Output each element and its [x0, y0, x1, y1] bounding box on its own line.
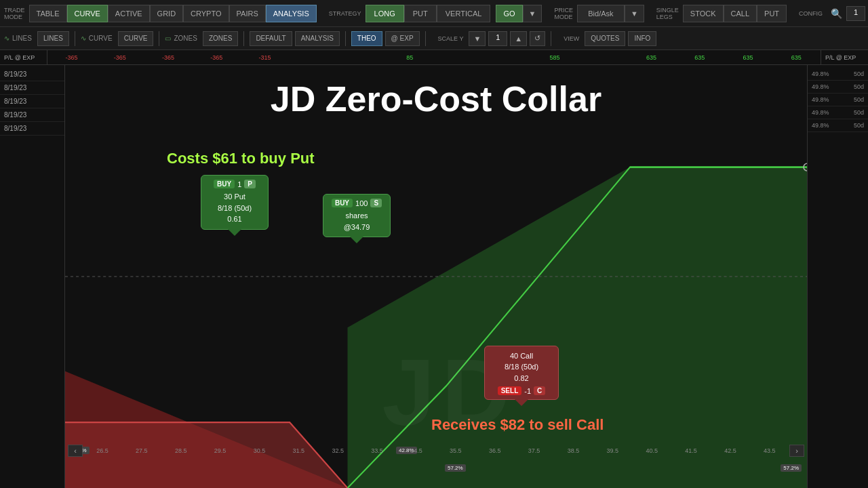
tab-crypto[interactable]: CRYPTO: [183, 5, 229, 22]
x-label-16: 42.5: [724, 447, 736, 454]
x-label-1: 27.5: [136, 447, 148, 454]
pl-val-5: -315: [241, 50, 289, 65]
chart-area: JD JD Zero-Cost Collar Costs $61 to buy …: [65, 65, 807, 488]
rsidebar-row-4: 49.8% 50d: [808, 106, 868, 119]
zoom-icon-btn[interactable]: 🔍: [865, 7, 868, 20]
pl-val-7: [338, 50, 386, 65]
strategy-long[interactable]: LONG: [366, 5, 404, 22]
price-mode-dropdown[interactable]: Bid/Ask: [577, 5, 625, 22]
price-mode-arrow[interactable]: ▼: [625, 5, 644, 22]
x-label-2: 28.5: [175, 447, 187, 454]
tab-analysis[interactable]: ANALYSIS: [266, 5, 317, 22]
put-card: BUY 1 P 30 Put 8/18 (50d) 0.61: [201, 175, 269, 230]
rsidebar-row-5: 49.8% 50d: [808, 119, 868, 132]
x-nav-left[interactable]: ‹: [68, 445, 83, 457]
pl-row-left-label: P/L @ EXP: [0, 50, 47, 64]
pl-val-14: 635: [675, 50, 724, 65]
x-label-3: 29.5: [214, 447, 226, 454]
put-line3: 0.61: [208, 214, 261, 225]
refresh-btn[interactable]: ↺: [530, 31, 545, 46]
rsidebar-days-5: 50d: [854, 122, 864, 129]
pl-val-15: 635: [724, 50, 772, 65]
scale-up-btn[interactable]: ▲: [510, 31, 527, 46]
x-label-14: 40.5: [646, 447, 658, 454]
lines-label: LINES: [12, 35, 32, 42]
call-sell-badge: SELL: [498, 386, 522, 395]
pl-val-10: [482, 50, 530, 65]
pl-row-right-label: P/L @ EXP: [821, 50, 868, 64]
rsidebar-row-2: 49.8% 50d: [808, 81, 868, 94]
x-label-9: 35.5: [450, 447, 462, 454]
x-label-5: 31.5: [293, 447, 305, 454]
main-area: 8/19/23 8/19/23 8/19/23 8/19/23 8/19/23: [0, 65, 868, 488]
sidebar-row-3: 8/19/23: [0, 95, 64, 108]
rsidebar-pct-2: 49.8%: [812, 83, 829, 90]
tab-pairs[interactable]: PAIRS: [229, 5, 266, 22]
zones-btn[interactable]: ZONES: [203, 31, 238, 46]
strategy-put[interactable]: PUT: [404, 5, 437, 22]
single-call-btn[interactable]: CALL: [724, 5, 757, 22]
share-card: BUY 100 S shares @34.79: [323, 194, 391, 237]
call-card-content: 40 Call 8/18 (50d) 0.82: [492, 350, 551, 384]
sidebar-row-4: 8/19/23: [0, 108, 64, 122]
search-icon-btn[interactable]: 🔍: [827, 7, 846, 20]
share-card-header: BUY 100 S: [330, 199, 383, 207]
analysis-view-btn[interactable]: ANALYSIS: [295, 31, 340, 46]
pl-val-13: 635: [627, 50, 675, 65]
go-dropdown[interactable]: ▼: [523, 5, 542, 22]
theo-btn[interactable]: THEO: [351, 31, 382, 46]
separator6: [551, 31, 551, 46]
tab-active[interactable]: ACTIVE: [108, 5, 150, 22]
call-qty: -1: [524, 387, 531, 395]
quotes-btn[interactable]: QUOTES: [585, 31, 625, 46]
rsidebar-pct-3: 49.8%: [812, 96, 829, 103]
tab-curve[interactable]: CURVE: [67, 5, 108, 22]
default-view-btn[interactable]: DEFAULT: [250, 31, 292, 46]
share-s-badge: S: [370, 199, 382, 207]
x-label-0: 26.5: [96, 447, 108, 454]
sidebar-date-3: 8/19/23: [4, 98, 26, 105]
curve-icon: ∿: [81, 35, 86, 42]
chart-svg: [65, 65, 807, 488]
rsidebar-pct-1: 49.8%: [812, 70, 829, 77]
strategy-vertical[interactable]: VERTICAL: [437, 5, 491, 22]
pl-val-16: 635: [772, 50, 821, 65]
sidebar-date-4: 8/19/23: [4, 111, 26, 119]
call-card-footer: SELL -1 C: [492, 386, 551, 395]
scale-down-btn[interactable]: ▼: [469, 31, 486, 46]
put-buy-badge: BUY: [214, 180, 235, 188]
rsidebar-pct-5: 49.8%: [812, 122, 829, 129]
separator2: [159, 31, 159, 46]
sidebar-row-1: 8/19/23: [0, 68, 64, 81]
single-stock-btn[interactable]: STOCK: [683, 5, 724, 22]
x-label-12: 38.5: [568, 447, 580, 454]
lines-icon: ∿: [4, 35, 9, 42]
x-label-4: 30.5: [254, 447, 266, 454]
rsidebar-pct-4: 49.8%: [812, 109, 829, 116]
scale-y-label: SCALE Y: [438, 35, 464, 42]
put-line1: 30 Put: [208, 191, 261, 203]
x-label-15: 41.5: [685, 447, 697, 454]
trade-mode-label: TRADE MODE: [4, 7, 25, 20]
go-button[interactable]: GO: [496, 5, 522, 22]
x-label-7: 33.5: [371, 447, 383, 454]
x-nav-right[interactable]: ›: [789, 445, 804, 457]
pl-val-2: -365: [96, 50, 144, 65]
share-line2: @34.79: [330, 222, 383, 233]
sidebar-row-2: 8/19/23: [0, 81, 64, 95]
x-axis: ‹ 26.5 27.5 28.5 29.5 30.5 31.5 32.5 33.…: [65, 445, 807, 457]
pl-val-4: -365: [193, 50, 241, 65]
at-exp-btn[interactable]: @ EXP: [385, 31, 420, 46]
curve-btn[interactable]: CURVE: [118, 31, 154, 46]
info-btn[interactable]: INFO: [628, 31, 656, 46]
lines-btn[interactable]: LINES: [37, 31, 69, 46]
put-p-badge: P: [244, 180, 256, 188]
svg-marker-3: [348, 167, 807, 488]
single-put-btn[interactable]: PUT: [757, 5, 787, 22]
tab-grid[interactable]: GRID: [150, 5, 184, 22]
pl-val-11: 585: [531, 50, 579, 65]
rsidebar-days-1: 50d: [854, 70, 864, 77]
share-line1: shares: [330, 210, 383, 222]
tab-table[interactable]: TABLE: [29, 5, 67, 22]
pl-val-8: 85: [386, 50, 434, 65]
